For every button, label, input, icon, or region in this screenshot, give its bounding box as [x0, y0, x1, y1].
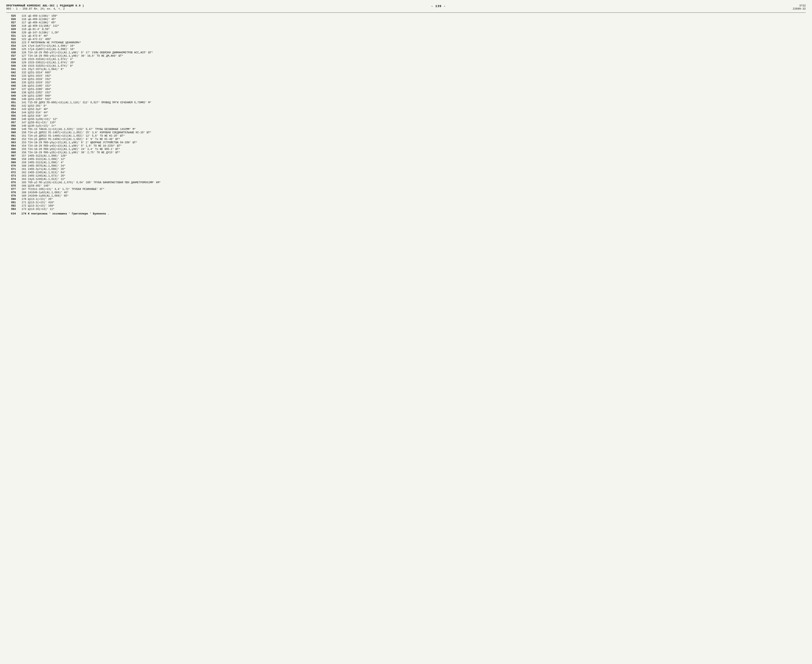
col-text: 1515-31б18(=13)(А1.1,б74)' 4* [27, 58, 806, 61]
table-row: б49139Ц151-228б' 948* [6, 94, 806, 98]
col-n1: б26 [6, 18, 17, 21]
col-n2: 129 [17, 61, 27, 64]
header-right: 3732 22699-32 [793, 4, 806, 10]
col-n1: б25 [6, 15, 17, 18]
col-n2: 127 [17, 54, 27, 58]
col-n1: б73 [6, 174, 17, 177]
table-row: б37127Т24-18-29 ПбО-у41(=13)(А1.1,у90)' … [6, 54, 806, 58]
table-row: б54144Ц152-314' 44* [6, 111, 806, 114]
col-text: ТО5-у3 Пб-у119(=13)(А1.1,б76)' б,б4' 1бб… [27, 181, 806, 184]
table-row: б58148Ц13б-1у3(=13)' 1<* [6, 124, 806, 128]
table-row: б62152Т24-у5 ДОП22 П1-14б9(=13)(А1.1,бб2… [6, 138, 806, 141]
table-row: б44134Ц151-1б18' 152* [6, 78, 806, 81]
col-n2: 154 [17, 144, 27, 148]
col-n2: 164 [17, 177, 27, 181]
col-n1: б47 [6, 88, 17, 91]
col-n1: б37 [6, 54, 17, 58]
col-n2: 137 [17, 88, 27, 91]
col-text: Т24-у5 ДОП22 П1-14б9(=13)(А1.1,бб2)' 4' … [27, 138, 806, 141]
header-title: ПРОГРАММНЫЙ КОМПЛЕКС ABL-3EC ( РЕДАКЦИЯ … [6, 4, 84, 7]
col-n2: 122 [17, 38, 27, 41]
col-n1: б69 [6, 161, 17, 164]
col-n1: б72 [6, 171, 17, 174]
col-n1: б34 [6, 44, 17, 48]
col-n2: 131 [17, 68, 27, 71]
footer-n1: 634 [6, 211, 17, 215]
col-n1: б55 [6, 114, 17, 118]
col-text: 17у4-2у677(=13)(А1.1,б98)' 16* [27, 44, 806, 48]
col-n2: 136 [17, 84, 27, 88]
col-n1: б67 [6, 154, 17, 158]
col-n2: 138 [17, 91, 27, 94]
col-n2: 157 [17, 154, 27, 158]
col-text: Т24-18-29 ПбО-у37(=13)(А1.1,у90)' б' 17'… [27, 51, 806, 54]
footer-row: 634174К понтрязина ' хозлишика ' Григопл… [6, 211, 806, 215]
col-n2: 128 [17, 58, 27, 61]
col-n2: 141 [17, 101, 27, 104]
col-n2: 145 [17, 114, 27, 118]
header-page-number: - 139 - [431, 5, 446, 8]
table-row: б31121цБ-472-6' 40* [6, 34, 806, 38]
table-row: б61151Т24-у5 ДОП22 П1-146б(=13)(А1.1,бб2… [6, 134, 806, 138]
col-text: Ц152-314' 44* [27, 111, 806, 114]
col-n1: б38 [6, 58, 17, 61]
col-text: 17у4-2у6б7(=13)(А1.1,б98)' 16* [27, 48, 806, 51]
col-n1: б29 [6, 28, 17, 31]
col-text: 24б5-3б7б(А1.1,б98)' 24* [27, 164, 806, 168]
col-text: Т24-18-29 ПбО-у5у(=13)(А1.1,у90)' б' 2' … [27, 141, 806, 144]
col-n2: 171 [17, 201, 27, 204]
col-n1: б61 [6, 134, 17, 138]
table-row: б7б166Ц159-4б2' 14б* [6, 184, 806, 187]
table-row: б63153Т24-18-29 ПбО-у5у(=13)(А1.1,у90)' … [6, 141, 806, 144]
col-n2: 135 [17, 81, 27, 84]
col-n1: б28 [6, 24, 17, 28]
table-row: б57147Ц15б-91(=13)' 11б* [6, 121, 806, 124]
table-row: б65155Т24-18-29 ПбО-у63(=13)(А1.1,у90)' … [6, 148, 806, 151]
col-n2: 117 [17, 21, 27, 24]
col-n2: 144 [17, 111, 27, 114]
table-row: б391291515-33б12(=13)(А1.1,б74)' 2б* [6, 61, 806, 64]
col-n1: б64 [6, 144, 17, 148]
col-n2: 121 [17, 34, 27, 38]
col-text: цБ-4б9-4(18А)' 6б* [27, 21, 806, 24]
col-text: Ц151-216б' 152* [27, 84, 806, 88]
col-text: Т24-18-29 ПбО-у41(=13)(А1.1,у90)' 36' 16… [27, 54, 806, 58]
col-text: Ц152-318' 16* [27, 114, 806, 118]
col-text: 24б5-124б(А1.1,б73)' 2б* [27, 174, 806, 177]
col-n1: б58 [6, 124, 17, 128]
col-text: Ц113-1(=13)' 2б* [27, 198, 806, 201]
col-n1: б42 [6, 71, 17, 74]
col-n1: б27 [6, 21, 17, 24]
col-n1: б7б [6, 184, 17, 187]
table-row: б52142Ц152-281' 8* [6, 104, 806, 107]
table-row: б26116цБ-4б9-3(16А)' 4б* [6, 18, 806, 21]
col-n2: 152 [17, 138, 27, 141]
col-text: Ц151-1б19' 152* [27, 81, 806, 84]
col-n2: 165 [17, 181, 27, 184]
col-text: Ц113-1б(=13)' 11* [27, 208, 806, 211]
table-row: б47137Ц151-228б' 494* [6, 88, 806, 91]
col-text: цБ-472-6' 40* [27, 34, 806, 38]
col-text: 24б5-3у71(А1.1,б98)' 2б* [27, 168, 806, 171]
col-text: Ц113-3(=13)' 168* [27, 204, 806, 208]
col-n1: б44 [6, 78, 17, 81]
col-n2: 139 [17, 94, 27, 98]
col-n2: 130 [17, 64, 27, 68]
col-n1: б49 [6, 94, 17, 98]
table-row: б5б146Ц15б-1у39(=13)' 12* [6, 118, 806, 121]
col-n2: 173 [17, 208, 27, 211]
footer-text: К понтрязина ' хозлишика ' Григоплере ' … [27, 211, 806, 215]
table-row: б4113115у7-1б71(А1.1,б84)' 8* [6, 68, 806, 71]
table-row: б7016024б5-3б7б(А1.1,б98)' 24* [6, 164, 806, 168]
col-n1: б82 [6, 204, 17, 208]
table-row: б29119цБ-91-4' 0,59* [6, 28, 806, 31]
col-n1: б80 [6, 198, 17, 201]
col-text: Ц113-2(=13)' 416* [27, 201, 806, 204]
table-row: б6815824б5-3122(А1.1,б98)' 12* [6, 158, 806, 161]
col-text: 24б5-3123(А1.1,б98)' 12б* [27, 154, 806, 158]
table-row: б45135Ц151-1б19' 152* [6, 81, 806, 84]
table-row: б81171Ц113-2(=13)' 416* [6, 201, 806, 204]
table-row: б50140Ц151-22б4' 532* [6, 98, 806, 101]
col-n2: 155 [17, 148, 27, 151]
table-row: б7416424у5-1249(А1.1,б13)' 12* [6, 177, 806, 181]
